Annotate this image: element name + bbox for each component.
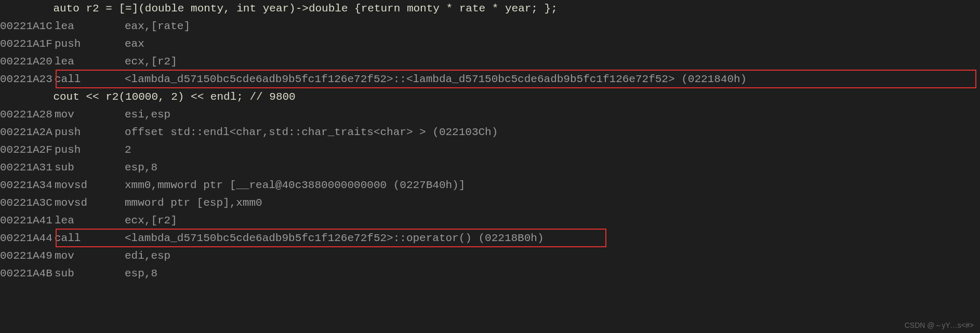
operand: edi,esp	[125, 247, 183, 265]
mnemonic: lea	[55, 53, 125, 71]
mnemonic: sub	[55, 265, 125, 283]
address: 00221A2F	[0, 141, 55, 159]
source-line: cout << r2(10000, 2) << endl; // 9800	[0, 88, 980, 106]
mnemonic: movsd	[55, 194, 125, 212]
mnemonic: push	[55, 141, 125, 159]
address: 00221A28	[0, 106, 55, 124]
mnemonic: push	[55, 35, 125, 53]
address: 00221A2A	[0, 124, 55, 141]
mnemonic: mov	[55, 247, 125, 265]
mnemonic: mov	[55, 106, 125, 124]
address: 00221A44	[0, 230, 55, 247]
operand: esi,esp	[125, 106, 183, 124]
address: 00221A3C	[0, 194, 55, 212]
address: 00221A4B	[0, 265, 55, 283]
mnemonic: movsd	[55, 177, 125, 194]
asm-line: 00221A4B sub esp,8	[0, 265, 980, 283]
operand: xmm0,mmword ptr [__real@40c3880000000000…	[125, 177, 479, 194]
operand: eax,[rate]	[125, 18, 203, 35]
mnemonic: sub	[55, 159, 125, 177]
asm-line: 00221A2F push 2	[0, 141, 980, 159]
address: 00221A1C	[0, 18, 55, 35]
asm-line: 00221A34 movsd xmm0,mmword ptr [__real@4…	[0, 177, 980, 194]
source-line: auto r2 = [=](double monty, int year)->d…	[0, 0, 980, 18]
address: 00221A23	[0, 71, 55, 88]
mnemonic: lea	[55, 18, 125, 35]
address: 00221A49	[0, 247, 55, 265]
asm-line: 00221A31 sub esp,8	[0, 159, 980, 177]
address: 00221A20	[0, 53, 55, 71]
disassembly-view[interactable]: auto r2 = [=](double monty, int year)->d…	[0, 0, 980, 283]
asm-line: 00221A20 lea ecx,[r2]	[0, 53, 980, 71]
operand: esp,8	[125, 159, 170, 177]
asm-line: 00221A44 call <lambda_d57150bc5cde6adb9b…	[0, 230, 980, 247]
address: 00221A1F	[0, 35, 55, 53]
mnemonic: call	[55, 71, 125, 88]
address: 00221A34	[0, 177, 55, 194]
asm-line: 00221A2A push offset std::endl<char,std:…	[0, 124, 980, 141]
asm-line: 00221A41 lea ecx,[r2]	[0, 212, 980, 230]
operand: offset std::endl<char,std::char_traits<c…	[125, 124, 511, 141]
operand: ecx,[r2]	[125, 53, 190, 71]
address: 00221A31	[0, 159, 55, 177]
asm-line: 00221A1F push eax	[0, 35, 980, 53]
watermark: CSDN @～yY…s<#>	[905, 319, 974, 331]
operand: <lambda_d57150bc5cde6adb9b5fc1f126e72f52…	[125, 230, 557, 247]
asm-line: 00221A23 call <lambda_d57150bc5cde6adb9b…	[0, 71, 980, 88]
asm-line: 00221A1C lea eax,[rate]	[0, 18, 980, 35]
address: 00221A41	[0, 212, 55, 230]
asm-line: 00221A3C movsd mmword ptr [esp],xmm0	[0, 194, 980, 212]
mnemonic: lea	[55, 212, 125, 230]
operand: esp,8	[125, 265, 170, 283]
operand: eax	[125, 35, 157, 53]
asm-line: 00221A49 mov edi,esp	[0, 247, 980, 265]
operand: <lambda_d57150bc5cde6adb9b5fc1f126e72f52…	[125, 71, 760, 88]
operand: ecx,[r2]	[125, 212, 190, 230]
operand: 2	[125, 141, 144, 159]
mnemonic: call	[55, 230, 125, 247]
asm-line: 00221A28 mov esi,esp	[0, 106, 980, 124]
mnemonic: push	[55, 124, 125, 141]
operand: mmword ptr [esp],xmm0	[125, 194, 275, 212]
